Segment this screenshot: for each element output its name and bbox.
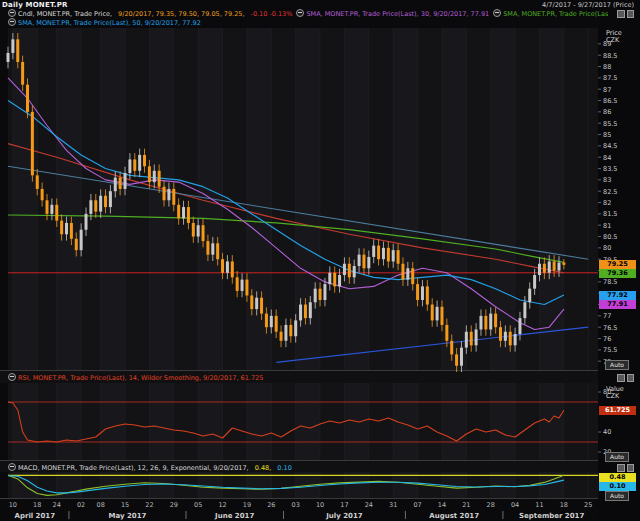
candlestick [202,225,205,241]
x-axis-day-label: 19 [243,501,251,509]
candlestick [353,266,356,277]
candlestick [455,354,458,365]
x-axis-day-label: 26 [267,501,275,509]
candlestick [211,243,214,254]
x-axis-day-label: 10 [9,501,17,509]
last-price-axis-box: 77.92 [599,291,636,300]
candlestick [509,332,512,346]
candlestick [114,178,117,192]
legend-row-main-1: Cndl, MONET.PR, Trade Price, 9/20/2017, … [8,9,608,18]
y-axis-tick-label: 80 [603,244,611,252]
candlestick [319,289,322,300]
candlestick [21,62,24,85]
candlestick [431,305,434,321]
date-range-label: 4/7/2017 - 9/27/2017 (Price) [542,1,634,9]
candlestick [16,39,19,62]
candlestick [65,223,68,234]
legend-row-macd: MACD, MONET.PR, Trade Price(Last), 12, 2… [8,463,608,472]
series-toggle-icon[interactable] [296,9,304,17]
candlestick [416,284,419,300]
candlestick [421,286,424,300]
legend-macd-text: 0.48, [255,464,274,472]
candlestick [226,261,229,272]
candlestick [460,348,463,366]
candlestick [148,166,151,182]
y-axis-tick-label: 86.5 [603,97,617,105]
y-axis-tick-label: 87 [603,86,611,94]
series-toggle-icon[interactable] [8,373,16,381]
candlestick [401,264,404,280]
minimize-panel-button[interactable] [617,464,625,472]
candlestick [470,332,473,346]
candlestick [358,255,361,266]
x-axis-day-label: 11 [535,501,543,509]
candlestick [216,243,219,259]
candlestick [494,314,497,328]
candlestick [124,173,127,189]
x-axis-month-label: July 2017 [325,512,363,520]
candlestick [158,171,161,187]
candlestick [36,175,39,189]
macd-signal-axis-box: 0.10 [599,482,636,491]
legend-row-main-2: SMA, MONET.PR, Trade Price(Last), 50, 9/… [8,18,608,27]
candlestick [236,277,239,291]
candlestick [543,264,546,273]
candlestick [260,298,263,314]
candlestick [50,205,53,214]
x-axis-day-label: 31 [389,501,397,509]
candlestick [397,250,400,264]
candlestick [450,341,453,355]
candlestick [504,332,507,341]
y-axis-tick-label: 81 [603,222,611,230]
candlestick [85,214,88,230]
x-axis-day-label: 28 [487,501,495,509]
candlestick [46,200,49,214]
y-axis-tick-label: 77 [603,312,611,320]
candlestick [338,275,341,286]
candlestick [372,246,375,257]
close-panel-button[interactable] [627,374,635,382]
legend-main-text: SMA, MONET.PR, Trade Price(Last), 200, 9… [503,10,608,18]
series-toggle-icon[interactable] [493,9,501,17]
close-panel-button[interactable] [627,464,635,472]
candlestick [382,248,385,259]
x-axis-day-label: 12 [218,501,226,509]
candlestick [60,221,63,235]
close-panel-button[interactable] [627,10,635,18]
candlestick [348,264,351,278]
y-axis-tick-label: 85 [603,131,611,139]
minimize-panel-button[interactable] [617,10,625,18]
x-axis-day-label: 03 [292,501,300,509]
x-axis-day-label: 05 [194,501,202,509]
price-chart-canvas[interactable]: 8988.58887.58786.58685.58584.58483.58382… [0,0,640,521]
candlestick [104,196,107,207]
x-axis-day-label: 14 [438,501,446,509]
series-toggle-icon[interactable] [8,463,16,471]
y-axis-tick-label: 88 [603,63,611,71]
candlestick [299,305,302,321]
rsi-axis-auto-button[interactable]: Auto [605,452,629,462]
candlestick [172,189,175,205]
candlestick [55,205,58,221]
candlestick [406,268,409,279]
macd-axis-auto-button[interactable]: Auto [605,491,629,501]
x-axis-day-label: 18 [33,501,41,509]
x-axis-day-label: 10 [316,501,324,509]
candlestick [387,248,390,262]
last-price-axis-box: 79.25 [599,260,636,269]
chart-window: 8988.58887.58786.58685.58584.58483.58382… [0,0,640,521]
main-axis-auto-button[interactable]: Auto [605,360,629,370]
y-axis-tick-label: 75.5 [603,346,617,354]
candlestick [163,187,166,201]
candlestick [26,85,29,112]
x-axis-month-label: September 2017 [519,512,584,520]
candlestick [411,268,414,284]
x-axis-day-label: 24 [53,501,61,509]
minimize-panel-button[interactable] [617,374,625,382]
candlestick [187,207,190,223]
x-axis-day-label: 08 [97,501,105,509]
candlestick [284,325,287,341]
series-toggle-icon[interactable] [8,9,16,17]
series-toggle-icon[interactable] [8,18,16,26]
candlestick [270,316,273,327]
